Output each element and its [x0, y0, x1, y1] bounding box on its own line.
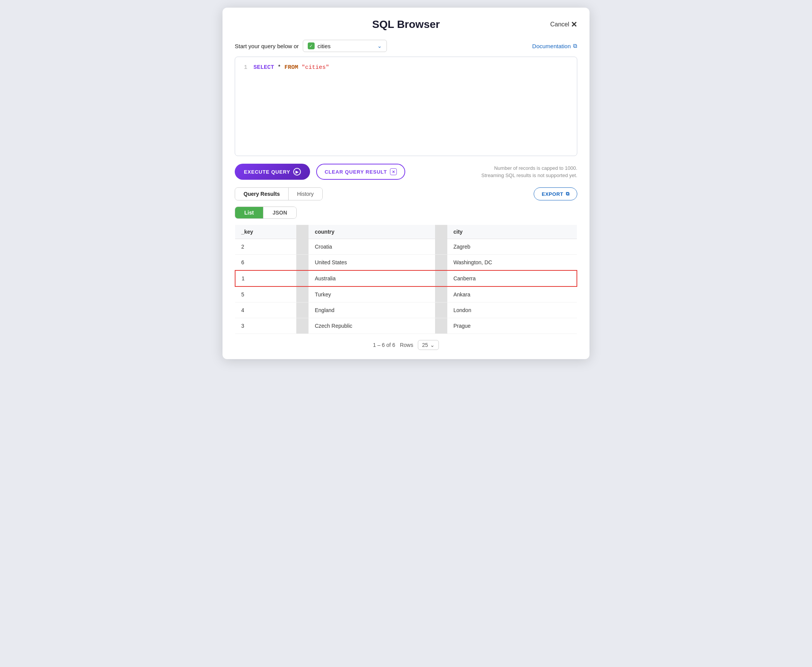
export-button[interactable]: EXPORT ⧉ — [534, 187, 577, 201]
rows-per-page-select[interactable]: 25 ⌄ — [418, 340, 439, 350]
execute-label: EXECUTE QUERY — [244, 169, 290, 175]
keyword-from: FROM — [284, 64, 298, 71]
keyword-select: SELECT — [254, 64, 274, 71]
setup-left: Start your query below or ✓ cities ⌄ — [235, 40, 387, 52]
cell-country: Croatia — [308, 239, 435, 255]
code-line-1: 1 SELECT * FROM "cities" — [241, 63, 571, 72]
col-header-country: country — [308, 225, 435, 239]
documentation-link[interactable]: Documentation ⧉ — [532, 42, 577, 49]
cell-city: Canberra — [447, 270, 577, 287]
view-toggle: List JSON — [235, 207, 297, 219]
table-row: 3 Czech Republic Prague — [235, 318, 577, 334]
map-name: cities — [318, 43, 374, 49]
cell-key: 1 — [235, 270, 296, 287]
cell-country: England — [308, 302, 435, 318]
tab-history[interactable]: History — [288, 188, 322, 200]
tab-query-results[interactable]: Query Results — [235, 188, 288, 200]
action-buttons: EXECUTE QUERY ▶ CLEAR QUERY RESULT ✕ — [235, 164, 405, 180]
view-json-button[interactable]: JSON — [263, 207, 296, 218]
modal-title: SQL Browser — [372, 18, 440, 31]
table-row: 6 United States Washington, DC — [235, 255, 577, 271]
close-icon: ✕ — [571, 20, 577, 29]
cell-key: 6 — [235, 255, 296, 271]
query-setup-row: Start your query below or ✓ cities ⌄ Doc… — [235, 40, 577, 52]
code-content: SELECT * FROM "cities" — [254, 63, 329, 72]
cell-city: Ankara — [447, 287, 577, 302]
table-row: 4 England London — [235, 302, 577, 318]
cell-key: 5 — [235, 287, 296, 302]
rows-label: Rows — [400, 342, 413, 348]
col-header-city: city — [447, 225, 577, 239]
table-body: 2 Croatia Zagreb 6 United States Washing… — [235, 239, 577, 334]
execute-query-button[interactable]: EXECUTE QUERY ▶ — [235, 164, 310, 180]
sql-code-editor[interactable]: 1 SELECT * FROM "cities" — [235, 56, 577, 156]
rows-value: 25 — [422, 342, 428, 348]
cap-note-line2: Streaming SQL results is not supported y… — [481, 172, 577, 179]
cap-note-line1: Number of records is capped to 1000. — [481, 164, 577, 172]
table-row: 1 Australia Canberra — [235, 270, 577, 287]
table-header-row: _key country city — [235, 225, 577, 239]
cell-country: Czech Republic — [308, 318, 435, 334]
clear-label: CLEAR QUERY RESULT — [325, 169, 387, 175]
view-list-button[interactable]: List — [235, 207, 263, 218]
cancel-button[interactable]: Cancel ✕ — [550, 20, 577, 29]
cell-city: Washington, DC — [447, 255, 577, 271]
query-label: Start your query below or — [235, 43, 299, 49]
table-row: 5 Turkey Ankara — [235, 287, 577, 302]
string-value: "cities" — [302, 64, 329, 71]
modal-header: SQL Browser Cancel ✕ — [235, 18, 577, 31]
pagination: 1 – 6 of 6 Rows 25 ⌄ — [235, 340, 577, 350]
clear-query-button[interactable]: CLEAR QUERY RESULT ✕ — [316, 164, 405, 180]
cell-country: Turkey — [308, 287, 435, 302]
play-icon: ▶ — [293, 168, 301, 176]
sql-browser-modal: HAZELCAST SQL Browser Cancel ✕ Start you… — [222, 8, 590, 359]
cell-city: Zagreb — [447, 239, 577, 255]
doc-label: Documentation — [532, 43, 571, 49]
clear-icon: ✕ — [390, 168, 397, 175]
results-table: _key country city 2 Croatia Zagreb 6 Uni… — [235, 225, 577, 334]
tabs-row: Query Results History EXPORT ⧉ — [235, 187, 577, 201]
result-tab-group: Query Results History — [235, 187, 323, 201]
cell-country: United States — [308, 255, 435, 271]
chevron-down-icon: ⌄ — [377, 43, 382, 49]
map-check-icon: ✓ — [308, 42, 315, 49]
line-number: 1 — [241, 63, 247, 72]
external-link-icon: ⧉ — [573, 42, 577, 49]
cell-city: London — [447, 302, 577, 318]
cell-city: Prague — [447, 318, 577, 334]
cell-key: 2 — [235, 239, 296, 255]
cell-country: Australia — [308, 270, 435, 287]
table-row: 2 Croatia Zagreb — [235, 239, 577, 255]
cell-key: 3 — [235, 318, 296, 334]
export-icon: ⧉ — [566, 191, 570, 197]
actions-row: EXECUTE QUERY ▶ CLEAR QUERY RESULT ✕ Num… — [235, 164, 577, 180]
rows-chevron-icon: ⌄ — [430, 342, 435, 348]
export-label: EXPORT — [542, 191, 563, 197]
pagination-range: 1 – 6 of 6 — [373, 342, 395, 348]
cell-key: 4 — [235, 302, 296, 318]
map-selector-dropdown[interactable]: ✓ cities ⌄ — [303, 40, 387, 52]
col-header-key: _key — [235, 225, 296, 239]
cap-note: Number of records is capped to 1000. Str… — [481, 164, 577, 179]
cancel-label: Cancel — [550, 21, 569, 28]
